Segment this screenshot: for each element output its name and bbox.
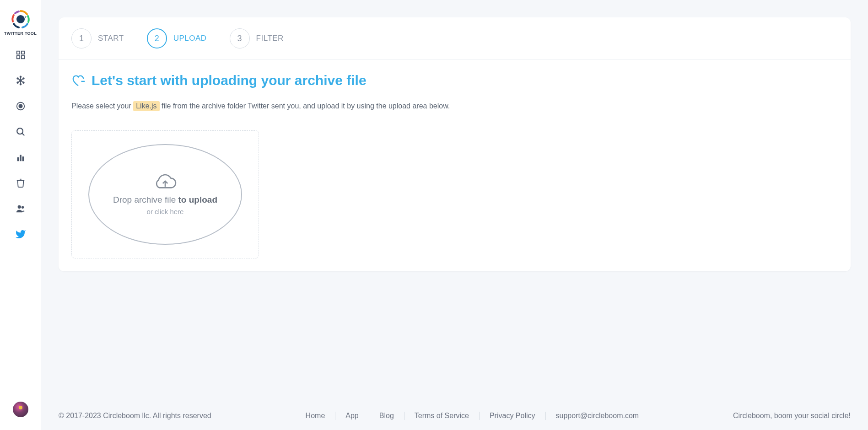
trash-icon[interactable] xyxy=(15,177,26,188)
instruction-pre: Please select your xyxy=(71,102,133,110)
step-label: START xyxy=(98,34,124,43)
instruction-post: file from the archive folder Twitter sen… xyxy=(160,102,450,110)
svg-point-20 xyxy=(17,128,23,134)
footer-link-home[interactable]: Home xyxy=(296,412,336,420)
network-icon[interactable] xyxy=(15,75,26,86)
step-upload[interactable]: 2 UPLOAD xyxy=(147,28,207,48)
step-number: 3 xyxy=(230,28,250,48)
footer-links: Home App Blog Terms of Service Privacy P… xyxy=(296,412,649,420)
svg-rect-24 xyxy=(22,156,24,161)
upload-ellipse: Drop archive file to upload or click her… xyxy=(88,144,242,245)
step-filter[interactable]: 3 FILTER xyxy=(230,28,284,48)
search-icon[interactable] xyxy=(15,126,26,137)
svg-point-0 xyxy=(16,15,25,23)
cloud-upload-icon xyxy=(154,174,177,192)
upload-card: 1 START 2 UPLOAD 3 FILTER Let's start wi… xyxy=(59,17,851,271)
svg-rect-1 xyxy=(16,51,19,54)
svg-rect-3 xyxy=(16,56,19,59)
svg-point-19 xyxy=(19,104,22,108)
instruction-text: Please select your Like.js file from the… xyxy=(71,101,838,111)
user-avatar[interactable] xyxy=(13,402,28,417)
svg-point-26 xyxy=(21,206,24,209)
circle-target-icon[interactable] xyxy=(15,101,26,112)
app-logo-text: TWITTER TOOL xyxy=(4,31,37,36)
svg-line-21 xyxy=(22,133,24,135)
footer-link-support[interactable]: support@circleboom.com xyxy=(546,412,649,420)
footer-copyright: © 2017-2023 Circleboom llc. All rights r… xyxy=(59,412,211,420)
sidebar-nav xyxy=(0,49,41,240)
footer-link-tos[interactable]: Terms of Service xyxy=(404,412,480,420)
footer-link-app[interactable]: App xyxy=(335,412,369,420)
steps-header: 1 START 2 UPLOAD 3 FILTER xyxy=(59,17,851,60)
users-icon[interactable] xyxy=(15,203,26,214)
upload-text-plain: Drop archive file xyxy=(113,195,178,204)
svg-point-25 xyxy=(17,205,21,209)
page-title: Let's start with uploading your archive … xyxy=(92,73,367,88)
upload-text-sub: or click here xyxy=(147,208,184,215)
step-number: 2 xyxy=(147,28,167,48)
twitter-icon[interactable] xyxy=(15,229,26,240)
page-title-row: Let's start with uploading your archive … xyxy=(71,73,838,88)
dashboard-icon[interactable] xyxy=(15,49,26,60)
footer: © 2017-2023 Circleboom llc. All rights r… xyxy=(41,403,868,430)
card-body: Let's start with uploading your archive … xyxy=(59,60,851,271)
upload-text-main: Drop archive file to upload xyxy=(113,195,217,205)
step-number: 1 xyxy=(71,28,92,48)
footer-tagline: Circleboom, boom your social circle! xyxy=(733,412,851,420)
step-start[interactable]: 1 START xyxy=(71,28,124,48)
sidebar: TWITTER TOOL xyxy=(0,0,41,430)
stats-icon[interactable] xyxy=(15,152,26,163)
svg-rect-22 xyxy=(17,157,19,161)
instruction-highlight: Like.js xyxy=(133,101,159,111)
svg-rect-23 xyxy=(20,155,22,161)
svg-rect-4 xyxy=(21,56,24,59)
footer-link-blog[interactable]: Blog xyxy=(369,412,404,420)
heart-icon xyxy=(71,74,85,87)
step-label: UPLOAD xyxy=(173,34,207,43)
footer-link-privacy[interactable]: Privacy Policy xyxy=(480,412,546,420)
upload-text-bold: to upload xyxy=(178,195,217,204)
upload-dropzone[interactable]: Drop archive file to upload or click her… xyxy=(71,130,259,258)
svg-rect-2 xyxy=(21,51,24,54)
main-content: 1 START 2 UPLOAD 3 FILTER Let's start wi… xyxy=(41,0,868,430)
app-logo[interactable] xyxy=(11,9,31,29)
step-label: FILTER xyxy=(256,34,284,43)
